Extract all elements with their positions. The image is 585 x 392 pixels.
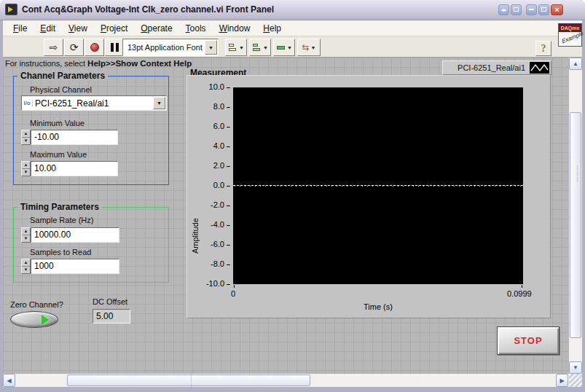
instruction-emphasis: Help>>Show Context Help [87, 59, 192, 68]
maximum-value-field[interactable]: 10.00 [31, 161, 118, 176]
resize-grip[interactable] [569, 374, 582, 387]
reorder-button[interactable]: ⇆ ▼ [297, 39, 321, 56]
zero-channel-toggle[interactable] [10, 311, 58, 328]
title-bar[interactable]: Cont Acq&Graph Voltage-Int Clk_zero chan… [0, 0, 585, 20]
abort-button[interactable] [85, 39, 104, 56]
run-continuous-button[interactable]: ⟳ [64, 39, 84, 56]
maximum-value-label: Maximum Value [30, 150, 87, 159]
samples-to-read-field[interactable]: 1000 [31, 259, 119, 274]
maximize-button[interactable] [538, 4, 549, 15]
font-selector-dropdown-icon[interactable]: ▼ [205, 40, 217, 55]
y-tick: 8.0 [198, 102, 230, 111]
instruction-prefix: For instructions, select [5, 59, 87, 68]
align-dropdown-icon: ▼ [239, 45, 244, 50]
scroll-down-button[interactable]: ▼ [569, 361, 582, 374]
plot-line-sample-icon [530, 62, 549, 74]
scroll-left-button[interactable]: ◀ [3, 374, 15, 387]
timing-parameters-group: Timing Parameters Sample Rate (Hz) ▲▼ 10… [13, 207, 169, 283]
y-axis-label: Amplitude [191, 178, 200, 294]
x-tick-mark [522, 285, 522, 288]
spinner-up-icon[interactable]: ▲ [22, 228, 30, 235]
vertical-scrollbar[interactable]: ▲ ——— ▼ [569, 58, 582, 374]
context-help-button[interactable]: ? [535, 41, 551, 56]
x-tick-min: 0 [231, 289, 235, 298]
spinner-down-icon[interactable]: ▼ [22, 267, 30, 273]
spinner-up-icon[interactable]: ▲ [22, 259, 30, 267]
spinner-down-icon[interactable]: ▼ [22, 138, 30, 144]
scroll-up-button[interactable]: ▲ [569, 58, 582, 70]
menu-view[interactable]: View [63, 22, 93, 35]
menu-file[interactable]: File [7, 22, 33, 35]
close-icon: × [554, 5, 559, 14]
channel-parameters-title: Channel Parameters [17, 71, 108, 81]
dc-offset-indicator: 5.00 [93, 309, 130, 324]
reorder-icon: ⇆ [302, 42, 310, 52]
channel-parameters-group: Channel Parameters Physical Channel I/o … [13, 76, 169, 185]
distribute-objects-icon [252, 43, 262, 52]
window-title: Cont Acq&Graph Voltage-Int Clk_zero chan… [22, 4, 274, 15]
zero-channel-label: Zero Channel? [10, 300, 63, 309]
close-button[interactable]: × [551, 4, 563, 15]
stop-button[interactable]: STOP [497, 326, 560, 355]
dc-offset-label: DC Offset [93, 297, 127, 306]
zero-channel-led-icon [42, 315, 49, 325]
y-tick: 10.0 [198, 82, 230, 91]
restore-pane-button[interactable] [511, 4, 522, 15]
font-selector-value: 13pt Application Font [123, 43, 205, 52]
horizontal-scrollbar[interactable]: ◀ ——— ▶ [3, 374, 569, 387]
menu-project[interactable]: Project [95, 22, 133, 35]
graph-legend[interactable]: PCI-6251_Real/ai1 [442, 60, 551, 75]
run-button[interactable]: ⇨ [44, 39, 63, 56]
minimum-value-spinner[interactable]: ▲▼ [21, 130, 31, 145]
samples-to-read-label: Samples to Read [30, 248, 91, 256]
maximum-value-spinner[interactable]: ▲▼ [21, 161, 31, 176]
abort-icon [90, 43, 99, 52]
align-objects-button[interactable]: ▼ [225, 39, 247, 56]
resize-objects-button[interactable]: ▼ [273, 39, 295, 56]
y-tick: -4.0 [198, 220, 230, 229]
resize-dropdown-icon: ▼ [287, 45, 292, 50]
physical-channel-dropdown-icon[interactable]: ▼ [153, 97, 165, 109]
font-selector[interactable]: 13pt Application Font ▼ [122, 39, 219, 56]
spinner-up-icon[interactable]: ▲ [22, 130, 30, 138]
vi-icon[interactable]: DAQmx Example [558, 23, 582, 47]
menu-tools[interactable]: Tools [180, 22, 212, 35]
y-tick: 6.0 [198, 122, 230, 130]
sample-rate-spinner[interactable]: ▲▼ [21, 227, 31, 243]
sample-rate-label: Sample Rate (Hz) [30, 216, 93, 224]
y-tick: -8.0 [198, 259, 230, 268]
samples-to-read-spinner[interactable]: ▲▼ [21, 259, 31, 274]
distribute-dropdown-icon: ▼ [263, 45, 268, 50]
y-tick: 2.0 [198, 161, 230, 170]
spinner-up-icon[interactable]: ▲ [22, 162, 30, 169]
timing-parameters-title: Timing Parameters [17, 202, 102, 212]
scroll-right-button[interactable]: ▶ [556, 374, 568, 387]
align-objects-icon [228, 43, 237, 52]
legend-plot-name: PCI-6251_Real/ai1 [458, 63, 525, 72]
window-pane-icon [514, 7, 519, 12]
minimum-value-field[interactable]: -10.00 [31, 130, 118, 145]
menu-help[interactable]: Help [257, 22, 287, 35]
pane-split-icon: ◂▸ [500, 7, 506, 13]
window-frame: Cont Acq&Graph Voltage-Int Clk_zero chan… [0, 0, 585, 392]
menu-window[interactable]: Window [213, 22, 256, 35]
spinner-down-icon[interactable]: ▼ [22, 169, 30, 176]
y-tick: 0.0 [198, 181, 230, 189]
toolbar: ⇨ ⟳ 13pt Application Font ▼ ▼ ▼ ▼ ⇆ ▼ [3, 36, 582, 58]
pause-button[interactable] [105, 39, 125, 56]
distribute-objects-button[interactable]: ▼ [249, 39, 271, 56]
physical-channel-value: PCI-6251_Real/ai1 [33, 98, 153, 109]
physical-channel-combo[interactable]: I/o PCI-6251_Real/ai1 ▼ [21, 95, 167, 111]
front-panel: For instructions, select Help>>Show Cont… [3, 58, 569, 374]
menu-operate[interactable]: Operate [135, 22, 178, 35]
sample-rate-field[interactable]: 10000.00 [31, 227, 119, 243]
menu-edit[interactable]: Edit [34, 22, 61, 35]
x-tick-max: 0.0999 [507, 289, 532, 298]
maximize-icon [541, 7, 546, 12]
vi-icon-example-label: Example [561, 30, 584, 44]
pane-split-button[interactable]: ◂▸ [498, 4, 509, 15]
minimize-button[interactable] [526, 4, 537, 15]
y-tick: -6.0 [198, 240, 230, 248]
vertical-scroll-thumb[interactable] [570, 112, 581, 338]
spinner-down-icon[interactable]: ▼ [22, 235, 30, 242]
